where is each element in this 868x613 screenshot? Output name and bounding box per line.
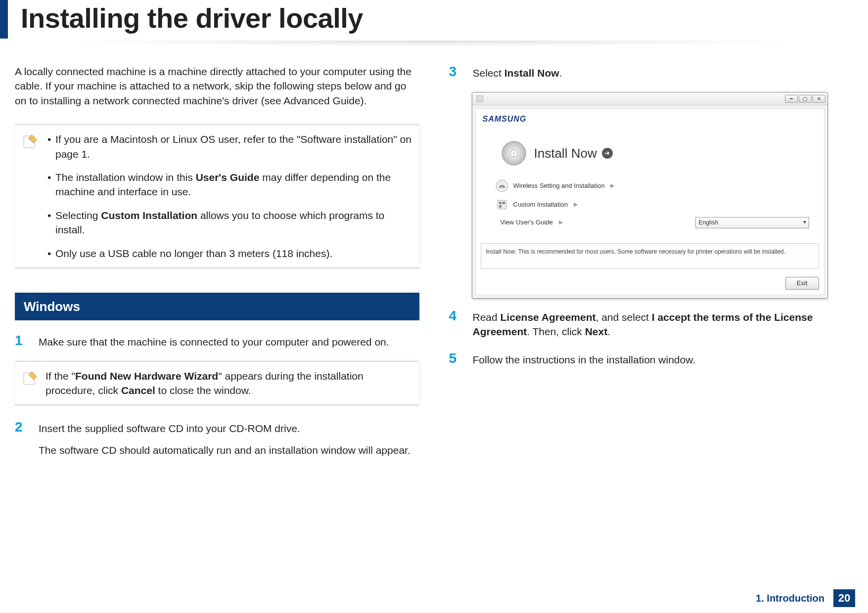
arrow-right-icon: ➔ [602,148,613,159]
note-box-hardware-wizard: If the "Found New Hardware Wizard" appea… [15,361,419,405]
left-column: A locally connected machine is a machine… [15,64,419,469]
note1-bullet-4: Only use a USB cable no longer than 3 me… [46,246,414,261]
page-footer: 1. Introduction 20 [756,589,855,607]
install-now-option[interactable]: Install Now ➔ [496,135,809,176]
install-info-box: Install Now: This is recommended for mos… [481,243,819,269]
maximize-button[interactable]: ▢ [799,95,812,103]
chevron-right-icon: ▶ [610,182,614,189]
step-2: 2 Insert the supplied software CD into y… [15,420,419,457]
footer-section-label: 1. Introduction [756,593,824,604]
step-3: 3 Select Install Now. [449,64,854,80]
svg-rect-7 [498,200,506,209]
language-select[interactable]: English [695,217,809,228]
install-now-label: Install Now [534,144,597,162]
svg-rect-8 [499,202,502,204]
svg-point-5 [512,152,515,154]
step-4: 4 Read License Agreement, and select I a… [449,308,854,339]
right-column: 3 Select Install Now. ━ ▢ ✕ SAMSUNG [449,64,854,469]
intro-paragraph: A locally connected machine is a machine… [15,64,419,108]
header-shadow [0,41,868,49]
view-guide-label: View User's Guide [501,218,553,227]
step-4-text: Read License Agreement, and select I acc… [473,310,854,339]
note1-bullet-3: Selecting Custom Installation allows you… [46,208,414,237]
step-1-number: 1 [15,333,29,349]
note-icon [22,370,39,387]
note1-bullet-2: The installation window in this User's G… [46,170,414,199]
installer-window: ━ ▢ ✕ SAMSUNG Install Now ➔ [472,92,828,299]
step-5-number: 5 [449,351,463,367]
page-title: Installing the driver locally [15,0,868,34]
minimize-button[interactable]: ━ [785,95,798,103]
step-3-text: Select Install Now. [473,66,854,80]
svg-rect-9 [503,202,505,204]
wireless-setting-option[interactable]: Wireless Setting and Installation ▶ [496,176,809,195]
custom-installation-label: Custom Installation [513,200,568,209]
chevron-right-icon: ▶ [574,201,578,208]
step-3-number: 3 [449,64,463,80]
step-5: 5 Follow the instructions in the install… [449,351,854,367]
window-titlebar: ━ ▢ ✕ [472,92,827,105]
note-box-top: If you are a Macintosh or Linux OS user,… [15,125,419,268]
brand-logo: SAMSUNG [476,109,824,127]
disc-icon [501,140,527,167]
step-5-text: Follow the instructions in the installat… [473,352,854,367]
note-icon [22,133,39,150]
step-1-text: Make sure that the machine is connected … [39,335,419,349]
custom-install-icon [496,198,508,211]
step-1: 1 Make sure that the machine is connecte… [15,333,419,349]
note2-text: If the "Found New Hardware Wizard" appea… [46,369,414,398]
exit-button[interactable]: Exit [785,277,819,290]
wireless-icon [496,179,508,192]
step-2-number: 2 [15,420,29,457]
svg-rect-10 [499,205,502,208]
svg-point-6 [496,180,508,192]
step-4-number: 4 [449,308,463,339]
note1-bullet-1: If you are a Macintosh or Linux OS user,… [46,132,414,161]
wireless-setting-label: Wireless Setting and Installation [513,181,605,190]
step-2-line1: Insert the supplied software CD into you… [39,421,419,436]
close-button[interactable]: ✕ [813,95,825,103]
view-guide-option[interactable]: View User's Guide ▶ [496,218,563,227]
section-heading-windows: Windows [15,293,419,320]
custom-installation-option[interactable]: Custom Installation ▶ [496,195,809,214]
page-number: 20 [833,589,855,607]
chevron-right-icon: ▶ [559,219,563,226]
window-icon [476,95,483,102]
step-2-line2: The software CD should automatically run… [39,443,419,457]
